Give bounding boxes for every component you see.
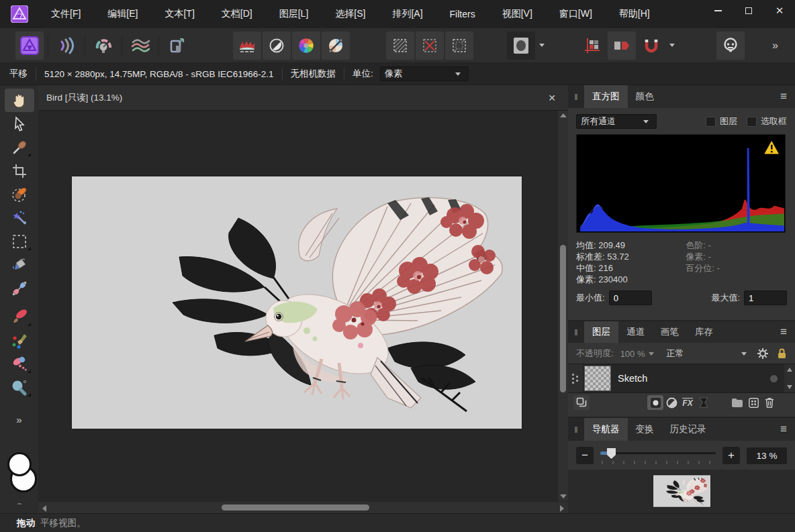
scroll-right-icon[interactable] <box>560 505 564 512</box>
tab-color[interactable]: 颜色 <box>628 85 662 108</box>
color-selector[interactable] <box>5 452 34 494</box>
menu-arrange[interactable]: 排列[A] <box>379 0 436 28</box>
navigator-thumbnail[interactable] <box>653 475 710 507</box>
menu-select[interactable]: 选择[S] <box>322 0 379 28</box>
layer-thumbnail[interactable] <box>584 366 611 391</box>
tab-histogram[interactable]: 直方图 <box>584 85 628 108</box>
vertical-scrollbar[interactable] <box>558 111 568 501</box>
force-pixel-alignment-button[interactable] <box>578 32 606 60</box>
marquee-checkbox[interactable] <box>747 117 757 127</box>
selection-brush-tool[interactable] <box>5 182 34 206</box>
tab-transform[interactable]: 变换 <box>628 418 662 441</box>
horizontal-scrollbar[interactable] <box>38 501 568 513</box>
flood-fill-tool[interactable] <box>5 253 34 276</box>
blend-mode-chevron-icon[interactable] <box>741 352 747 356</box>
scroll-down-icon[interactable] <box>787 385 792 389</box>
tab-channels[interactable]: 通道 <box>618 321 653 343</box>
tab-history[interactable]: 历史记录 <box>662 418 714 441</box>
new-layer-button[interactable] <box>745 395 761 410</box>
layer-name[interactable]: Sketch <box>611 364 770 392</box>
vertical-scroll-thumb[interactable] <box>560 245 566 392</box>
zoom-slider-handle[interactable] <box>607 448 616 459</box>
group-layers-button[interactable] <box>729 395 745 410</box>
panel-menu-icon[interactable]: ≡ <box>772 85 795 108</box>
lock-icon[interactable] <box>777 348 787 360</box>
liquify-live-button[interactable] <box>696 395 712 410</box>
layer-grip[interactable] <box>568 364 583 392</box>
panel-drag-handle[interactable]: ‖ <box>568 418 584 441</box>
blend-mode-value[interactable]: 正常 <box>667 348 684 360</box>
stroke-color-swatch[interactable] <box>7 452 32 476</box>
pixel-brush-tool[interactable] <box>5 329 34 352</box>
auto-colors-button[interactable] <box>292 32 320 60</box>
tab-stock[interactable]: 库存 <box>687 321 721 343</box>
maximize-button[interactable] <box>733 0 764 21</box>
menu-document[interactable]: 文档[D] <box>208 0 266 28</box>
navigator-preview-area[interactable] <box>568 470 795 513</box>
flood-select-tool[interactable] <box>5 206 34 229</box>
blur-tool[interactable] <box>5 376 34 399</box>
layer-settings-gear-icon[interactable] <box>757 348 769 360</box>
scroll-left-icon[interactable] <box>42 505 46 512</box>
layer-effects-button[interactable]: FX <box>680 395 696 410</box>
panel-menu-icon[interactable]: ≡ <box>772 321 795 343</box>
invert-selection-button[interactable] <box>445 32 473 60</box>
menu-file[interactable]: 文件[F] <box>38 0 94 28</box>
export-persona-button[interactable] <box>163 32 191 60</box>
layers-scrollbar[interactable] <box>784 364 795 392</box>
select-all-button[interactable] <box>386 32 414 60</box>
tab-navigator[interactable]: 导航器 <box>584 418 628 441</box>
channel-dropdown[interactable]: 所有通道 <box>576 114 657 129</box>
min-input[interactable] <box>609 290 652 305</box>
liquify-persona-button[interactable] <box>52 32 81 60</box>
horizontal-scroll-thumb[interactable] <box>222 504 369 511</box>
panel-drag-handle[interactable]: ‖ <box>568 85 584 108</box>
move-tool[interactable] <box>5 112 34 136</box>
erase-brush-tool[interactable] <box>5 352 34 376</box>
zoom-out-button[interactable]: − <box>576 447 594 464</box>
minimize-button[interactable] <box>702 0 733 21</box>
units-dropdown[interactable]: 像素 <box>380 66 469 81</box>
canvas-image[interactable] <box>72 176 522 429</box>
rectangular-marquee-tool[interactable] <box>5 229 34 253</box>
menu-help[interactable]: 帮助[H] <box>606 0 663 28</box>
scroll-up-icon[interactable] <box>787 368 792 372</box>
opacity-value[interactable]: 100 % <box>620 349 645 359</box>
zoom-value[interactable]: 13 % <box>747 447 787 464</box>
paint-brush-tool[interactable] <box>5 305 34 329</box>
move-by-whole-pixels-button[interactable] <box>608 32 636 60</box>
photo-persona-button[interactable] <box>15 32 44 60</box>
snapping-chevron-icon[interactable] <box>669 44 675 47</box>
close-button[interactable]: ✕ <box>764 0 795 21</box>
color-picker-tool[interactable] <box>5 136 34 159</box>
scroll-up-icon[interactable] <box>560 113 567 117</box>
quick-mask-chevron-icon[interactable] <box>539 44 545 47</box>
auto-contrast-button[interactable] <box>263 32 291 60</box>
assistant-button[interactable] <box>716 32 745 60</box>
tools-overflow-button[interactable]: » <box>16 414 21 425</box>
canvas-viewport[interactable] <box>38 111 568 501</box>
zoom-in-button[interactable]: + <box>722 447 740 464</box>
adjustment-layer-button[interactable] <box>663 395 680 410</box>
tab-brushes[interactable]: 画笔 <box>653 321 687 343</box>
auto-white-balance-button[interactable] <box>322 32 350 60</box>
delete-layer-button[interactable] <box>761 395 778 410</box>
toolbar-overflow-button[interactable]: » <box>772 40 778 52</box>
quick-mask-button[interactable] <box>507 32 535 60</box>
crop-tool[interactable] <box>5 159 34 182</box>
zoom-slider[interactable] <box>600 447 716 464</box>
layer-checkbox[interactable] <box>706 117 716 127</box>
panel-menu-icon[interactable]: ≡ <box>772 418 795 441</box>
tab-layers[interactable]: 图层 <box>584 321 618 343</box>
gradient-tool[interactable] <box>5 276 34 300</box>
deselect-button[interactable] <box>416 32 444 60</box>
panel-drag-handle[interactable]: ‖ <box>568 321 584 343</box>
swap-colors-icon[interactable]: ⌢ <box>17 499 21 508</box>
snapping-button[interactable] <box>637 32 665 60</box>
menu-window[interactable]: 窗口[W] <box>546 0 606 28</box>
zoom-slider-track[interactable] <box>600 452 716 454</box>
duplicate-layer-button[interactable] <box>573 395 590 410</box>
layer-visibility-toggle[interactable] <box>770 375 778 382</box>
max-input[interactable] <box>744 290 787 305</box>
menu-edit[interactable]: 编辑[E] <box>94 0 151 28</box>
